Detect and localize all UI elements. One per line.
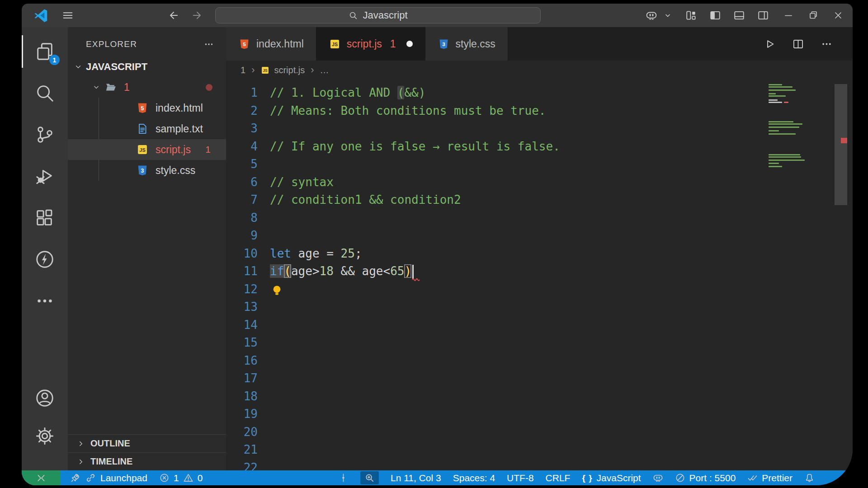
chevron-down-icon[interactable]: [662, 10, 673, 21]
command-center-search[interactable]: Javascript: [215, 7, 541, 23]
timeline-panel[interactable]: TIMELINE: [68, 452, 226, 470]
activity-item-account[interactable]: [22, 379, 68, 417]
breadcrumb-item[interactable]: JSscript.js: [260, 65, 305, 75]
status-cursor-position[interactable]: Ln 11, Col 3: [391, 473, 441, 483]
minimap[interactable]: [765, 80, 833, 470]
code-line-17[interactable]: 17: [226, 370, 853, 388]
close-button[interactable]: [833, 10, 844, 21]
code-line-12[interactable]: 12: [226, 281, 853, 299]
tab-script.js[interactable]: JSscript.js1: [316, 27, 425, 61]
code-line-16[interactable]: 16: [226, 352, 853, 370]
activity-item-explorer[interactable]: 1: [22, 31, 68, 72]
line-number: 22: [226, 459, 258, 471]
status-language-mode[interactable]: { }JavaScript: [582, 473, 641, 483]
unsaved-dot-icon[interactable]: [406, 41, 413, 47]
minimize-button[interactable]: [783, 10, 794, 21]
status-indentation[interactable]: Spaces: 4: [453, 473, 495, 483]
tab-style.css[interactable]: 3style.css: [425, 27, 508, 61]
code-line-13[interactable]: 13: [226, 298, 853, 316]
line-number: 19: [226, 405, 258, 423]
status-notifications[interactable]: [804, 473, 815, 483]
explorer-more-icon[interactable]: [203, 39, 214, 50]
run-and-debug-icon: [34, 166, 55, 187]
line-number: 6: [226, 174, 258, 192]
back-button[interactable]: [167, 9, 180, 22]
split-editor-icon[interactable]: [792, 38, 804, 50]
code-line-1[interactable]: 1// 1. Logical AND (&&): [226, 84, 853, 102]
folder-1[interactable]: 1: [68, 77, 226, 98]
editor-group: 5index.htmlJSscript.js13style.css 1›JSsc…: [226, 27, 853, 470]
code-line-9[interactable]: 9: [226, 227, 853, 245]
more-actions-icon[interactable]: [821, 38, 833, 50]
breadcrumb-item[interactable]: …: [320, 65, 329, 75]
status-copilot[interactable]: [653, 473, 663, 483]
file-label: style.css: [156, 164, 195, 177]
activity-item-source-control[interactable]: [22, 114, 68, 155]
activity-item-thunder[interactable]: [22, 239, 68, 280]
code-line-19[interactable]: 19: [226, 405, 853, 423]
status-port[interactable]: Port : 5500: [675, 473, 736, 483]
forward-button[interactable]: [191, 9, 203, 22]
tab-index.html[interactable]: 5index.html: [226, 27, 316, 61]
restore-button[interactable]: [808, 10, 819, 21]
braces-icon: { }: [582, 473, 592, 483]
breadcrumb-item[interactable]: 1: [241, 65, 245, 75]
status-zoom[interactable]: [360, 471, 379, 484]
file-tree: 15index.htmlsample.txtJSscript.js13style…: [68, 77, 226, 181]
file-style.css[interactable]: 3style.css: [68, 160, 226, 181]
code-line-21[interactable]: 21: [226, 441, 853, 459]
status-prettier[interactable]: Prettier: [747, 473, 793, 483]
run-icon[interactable]: [764, 38, 776, 50]
toggle-panel-icon[interactable]: [733, 9, 745, 21]
activity-item-more[interactable]: [22, 280, 68, 322]
code-line-14[interactable]: 14: [226, 316, 853, 334]
workspace-section[interactable]: JAVASCRIPT: [68, 57, 226, 77]
customize-layout-icon[interactable]: [685, 9, 697, 21]
code-line-7[interactable]: 7// condition1 && condition2: [226, 191, 853, 209]
menu-icon[interactable]: [61, 9, 74, 22]
file-index.html[interactable]: 5index.html: [68, 98, 226, 118]
remote-indicator[interactable]: [22, 470, 61, 485]
code-line-20[interactable]: 20: [226, 423, 853, 441]
breadcrumb[interactable]: 1›JSscript.js›…: [226, 61, 853, 80]
screencast-icon: [338, 473, 349, 483]
status-problems[interactable]: 10: [159, 473, 203, 483]
activity-item-extensions[interactable]: [22, 197, 68, 239]
code-line-22[interactable]: 22: [226, 459, 853, 471]
status-encoding[interactable]: UTF-8: [507, 473, 534, 483]
line-number: 3: [226, 120, 258, 138]
code-line-18[interactable]: 18: [226, 388, 853, 406]
editor-scrollbar[interactable]: [835, 80, 847, 470]
scrollbar-slider[interactable]: [835, 84, 847, 205]
status-eol[interactable]: CRLF: [546, 473, 571, 483]
code-line-4[interactable]: 4// If any one is false → result is fals…: [226, 138, 853, 156]
activity-item-run-and-debug[interactable]: [22, 155, 68, 197]
minimap-line: [769, 130, 779, 131]
tab-label: index.html: [256, 38, 304, 50]
code-line-11[interactable]: 11if(age>18 && age<65): [226, 263, 853, 281]
activity-bar: 1: [22, 27, 68, 470]
code-line-8[interactable]: 8: [226, 209, 853, 227]
file-script.js[interactable]: JSscript.js1: [68, 139, 226, 160]
code-line-15[interactable]: 15: [226, 334, 853, 352]
copilot-icon[interactable]: [646, 9, 657, 21]
code-line-6[interactable]: 6// syntax: [226, 174, 853, 192]
line-number: 1: [226, 84, 258, 102]
vscode-window: Javascript 1 EXPLORER JAVASCRIPT: [22, 4, 853, 485]
code-line-10[interactable]: 10let age = 25;: [226, 245, 853, 263]
code-line-3[interactable]: 3: [226, 120, 853, 138]
outline-panel[interactable]: OUTLINE: [68, 434, 226, 452]
file-sample.txt[interactable]: sample.txt: [68, 118, 226, 139]
code-line-2[interactable]: 2// Means: Both conditions must be true.: [226, 102, 853, 120]
warning-icon: [183, 473, 193, 483]
status-launchpad[interactable]: Launchpad: [70, 472, 147, 483]
code-editor[interactable]: 1// 1. Logical AND (&&)2// Means: Both c…: [226, 80, 853, 470]
activity-item-search[interactable]: [22, 72, 68, 114]
lightbulb-icon[interactable]: [271, 284, 283, 296]
status-screencast[interactable]: [338, 473, 349, 483]
toggle-secondary-sidebar-icon[interactable]: [757, 9, 769, 21]
code-line-5[interactable]: 5: [226, 155, 853, 174]
activity-item-settings[interactable]: [22, 417, 68, 455]
chevron-right-icon: [77, 440, 85, 448]
toggle-sidebar-icon[interactable]: [709, 9, 721, 21]
